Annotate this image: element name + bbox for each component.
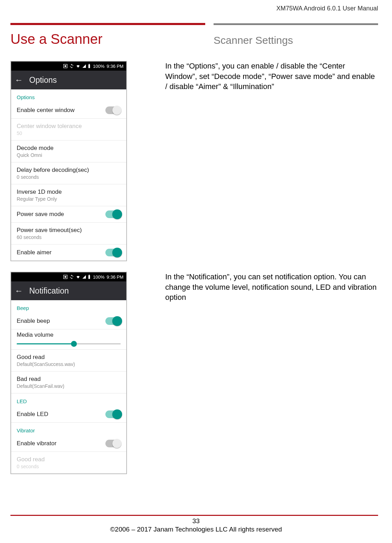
slider-fill [17, 343, 74, 344]
row-delay-before-decoding[interactable]: Delay before decoding(sec) 0 seconds [11, 162, 126, 184]
sync-icon [69, 274, 74, 279]
label: Enable center window [17, 107, 74, 114]
document-page: XM75WA Android 6.0.1 User Manual Use a S… [0, 0, 392, 543]
screenshot-notification: 100% 9:36 PM ← Notification Beep Enable … [10, 272, 127, 474]
wifi-icon [75, 275, 81, 279]
appbar-title: Options [29, 75, 57, 85]
row-media-volume[interactable]: Media volume [11, 329, 126, 350]
row-decode-mode[interactable]: Decode mode Quick Omni [11, 141, 126, 162]
appbar-title: Notification [29, 286, 69, 296]
svg-rect-6 [88, 275, 90, 279]
label: Power save timeout(sec) [17, 227, 82, 234]
value: Regular Type Only [17, 196, 62, 202]
copyright: ©2006 – 2017 Janam Technologies LLC All … [110, 526, 282, 533]
page-number: 33 [0, 517, 392, 525]
label: Enable aimer [17, 249, 51, 256]
nfc-icon [63, 64, 68, 69]
section-header-led: LED [11, 393, 126, 406]
label: Media volume [17, 332, 121, 338]
row-enable-aimer[interactable]: Enable aimer [11, 245, 126, 261]
app-bar: ← Notification [11, 281, 126, 300]
value: 0 seconds [17, 174, 89, 180]
status-bar: 100% 9:36 PM [11, 62, 126, 71]
row-good-read-sound[interactable]: Good read Default(ScanSuccess.wav) [11, 350, 126, 372]
section-header-options: Options [11, 89, 126, 102]
row-bad-read-sound[interactable]: Bad read Default(ScanFail.wav) [11, 372, 126, 393]
clock-text: 9:36 PM [107, 274, 123, 280]
switch-power-save[interactable] [105, 210, 121, 218]
section-header-vibrator: Vibrator [11, 423, 126, 436]
label: Enable LED [17, 411, 48, 418]
status-icons [63, 64, 91, 69]
signal-icon [82, 64, 86, 68]
row-power-save-timeout[interactable]: Power save timeout(sec) 60 seconds [11, 223, 126, 245]
value: 0 seconds [17, 464, 45, 469]
label: Good read [17, 456, 45, 463]
battery-icon [88, 274, 91, 279]
status-icons [63, 274, 91, 279]
signal-icon [82, 275, 86, 279]
manual-title: XM75WA Android 6.0.1 User Manual [277, 5, 378, 12]
row-enable-beep[interactable]: Enable beep [11, 313, 126, 329]
value: Default(ScanSuccess.wav) [17, 361, 75, 367]
row-power-save-mode[interactable]: Power save mode [11, 206, 126, 223]
sync-icon [69, 64, 74, 69]
battery-text: 100% [93, 274, 104, 280]
footer-rule [10, 515, 378, 516]
row-inverse-1d-mode[interactable]: Inverse 1D mode Regular Type Only [11, 184, 126, 206]
wifi-icon [75, 64, 81, 68]
row-center-window-tolerance: Center window tolerance 50 [11, 119, 126, 141]
switch-led[interactable] [105, 410, 121, 418]
svg-rect-2 [88, 64, 90, 68]
label: Enable vibrator [17, 440, 56, 447]
section-header-beep: Beep [11, 300, 126, 313]
svg-rect-7 [89, 275, 90, 276]
section-title: Scanner Settings [214, 34, 378, 46]
row-enable-led[interactable]: Enable LED [11, 406, 126, 423]
screenshot-options: 100% 9:36 PM ← Options Options Enable ce… [10, 61, 127, 261]
battery-icon [88, 64, 91, 69]
switch-beep[interactable] [105, 317, 121, 325]
paragraph-options: In the “Options”, you can enable / disab… [165, 61, 378, 261]
nfc-icon [63, 274, 68, 279]
footer: 33 ©2006 – 2017 Janam Technologies LLC A… [0, 517, 392, 533]
row-enable-center-window[interactable]: Enable center window [11, 102, 126, 119]
slider-thumb[interactable] [71, 341, 77, 347]
header-rule [10, 23, 378, 25]
label: Inverse 1D mode [17, 189, 62, 195]
clock-text: 9:36 PM [107, 64, 123, 69]
row-enable-vibrator[interactable]: Enable vibrator [11, 436, 126, 452]
paragraph-notification: In the “Notification”, you can set notif… [165, 272, 378, 474]
page-title: Use a Scanner [10, 31, 205, 47]
label: Decode mode [17, 145, 54, 152]
label: Center window tolerance [17, 123, 82, 130]
value: Quick Omni [17, 152, 54, 158]
value: 60 seconds [17, 234, 82, 240]
label: Delay before decoding(sec) [17, 167, 89, 174]
label: Bad read [17, 376, 64, 383]
row-good-read-vibration: Good read 0 seconds [11, 452, 126, 473]
switch-aimer[interactable] [105, 249, 121, 256]
rule-red [10, 23, 205, 25]
value: 50 [17, 130, 82, 136]
status-bar: 100% 9:36 PM [11, 272, 126, 281]
back-icon[interactable]: ← [15, 76, 23, 84]
value: Default(ScanFail.wav) [17, 383, 64, 389]
svg-rect-3 [89, 64, 90, 65]
app-bar: ← Options [11, 71, 126, 89]
switch-center-window[interactable] [105, 106, 121, 114]
volume-slider[interactable] [17, 343, 121, 344]
svg-rect-5 [65, 276, 66, 278]
switch-vibrator[interactable] [105, 440, 121, 447]
svg-rect-1 [65, 65, 66, 67]
label: Power save mode [17, 211, 64, 218]
battery-text: 100% [93, 64, 104, 69]
rule-gray [214, 23, 378, 25]
label: Good read [17, 354, 75, 361]
label: Enable beep [17, 318, 50, 325]
back-icon[interactable]: ← [15, 287, 23, 295]
